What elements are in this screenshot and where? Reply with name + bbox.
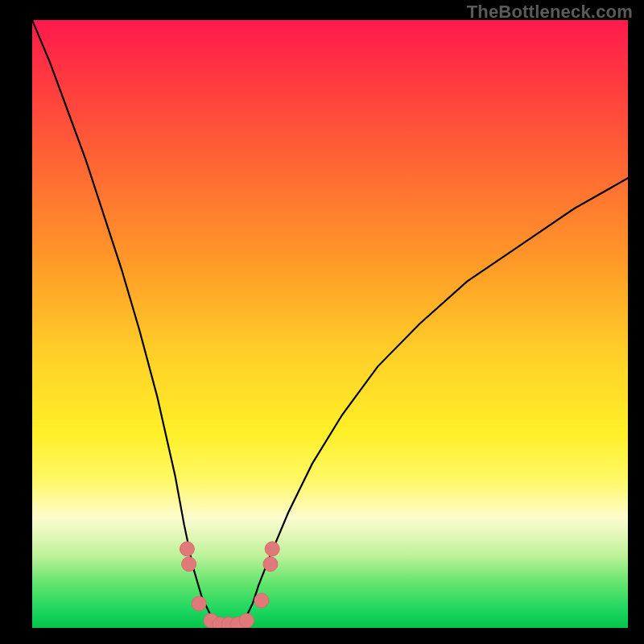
watermark-text: TheBottleneck.com: [467, 2, 633, 23]
curve-markers: [180, 542, 279, 628]
curve-marker: [254, 593, 269, 608]
curve-marker: [192, 597, 206, 611]
curve-marker: [239, 613, 254, 628]
chart-frame: TheBottleneck.com: [0, 0, 644, 644]
curve-marker: [263, 557, 278, 572]
curve-marker: [182, 557, 196, 572]
chart-plot-area: [32, 20, 628, 628]
curve-marker: [180, 542, 194, 556]
bottleneck-curve: [32, 20, 628, 625]
bottleneck-curve-svg: [32, 20, 628, 628]
curve-marker: [265, 542, 279, 556]
